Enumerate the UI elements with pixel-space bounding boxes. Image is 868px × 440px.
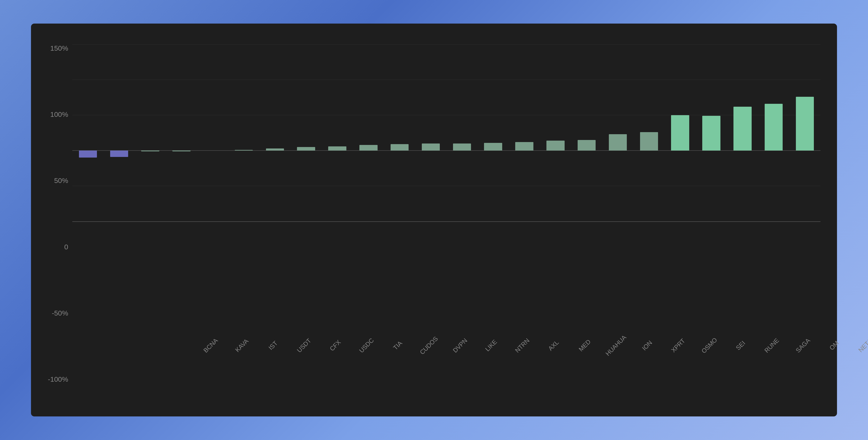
bar-saga: [671, 115, 689, 150]
bar-col: [322, 44, 353, 222]
y-axis: 150%100%50%0-50%-100%: [48, 44, 72, 400]
bar-like: [360, 145, 377, 150]
bar-sei: [609, 134, 627, 150]
bar-med: [453, 144, 471, 150]
bar-ist: [141, 150, 159, 151]
bar-kava: [110, 150, 128, 157]
bar-usdc: [235, 150, 253, 150]
bar-col: [509, 44, 540, 222]
chart-inner: BCNAKAVAISTUSDTCFXUSDCTIACUDOSDVPNLIKENT…: [72, 44, 820, 400]
bar-col: [166, 44, 197, 222]
bar-col: [633, 44, 664, 222]
bar-col: [290, 44, 322, 222]
x-axis-labels: BCNAKAVAISTUSDTCFXUSDCTIACUDOSDVPNLIKENT…: [72, 223, 820, 400]
bar-usdt: [173, 150, 190, 151]
bar-col: [353, 44, 384, 222]
y-axis-label: 0: [48, 243, 72, 251]
bar-xki: [765, 104, 783, 150]
chart-area: 150%100%50%0-50%-100% BCNAKAVAISTUSDTCFX…: [48, 44, 820, 400]
y-axis-label: 100%: [48, 110, 72, 118]
bar-col: [696, 44, 727, 222]
bar-ntrn: [391, 144, 409, 150]
bar-osmo: [578, 140, 596, 150]
bar-dsm: [796, 97, 814, 151]
grid-and-bars: [72, 44, 820, 222]
bar-tia: [266, 148, 284, 150]
bar-col: [384, 44, 415, 222]
y-axis-label: -100%: [48, 375, 72, 383]
bar-col: [664, 44, 696, 222]
bar-col: [72, 44, 103, 222]
bar-col: [228, 44, 259, 222]
bars-wrapper: [72, 44, 820, 222]
y-axis-label: 150%: [48, 44, 72, 52]
bar-col: [197, 44, 228, 222]
bar-col: [259, 44, 290, 222]
y-axis-label: -50%: [48, 309, 72, 317]
bar-neta: [734, 107, 751, 151]
bar-col: [540, 44, 571, 222]
bar-xprt: [547, 141, 564, 150]
bar-col: [789, 44, 820, 222]
bar-col: [727, 44, 758, 222]
bar-dvpn: [328, 146, 346, 151]
bar-col: [415, 44, 446, 222]
bar-col: [446, 44, 477, 222]
bar-col: [135, 44, 166, 222]
bar-ion: [515, 142, 533, 150]
card: 150%100%50%0-50%-100% BCNAKAVAISTUSDTCFX…: [31, 24, 837, 416]
y-axis-label: 50%: [48, 177, 72, 185]
bar-cudos: [297, 147, 315, 150]
bar-col: [571, 44, 602, 222]
bar-axl: [422, 144, 440, 150]
bar-col: [602, 44, 633, 222]
bar-bcna: [79, 150, 97, 157]
bar-col: [758, 44, 789, 222]
bar-col: [103, 44, 135, 222]
bar-rune: [640, 132, 658, 150]
bar-huahua: [484, 143, 502, 151]
bar-col: [477, 44, 509, 222]
bar-om: [702, 116, 720, 150]
